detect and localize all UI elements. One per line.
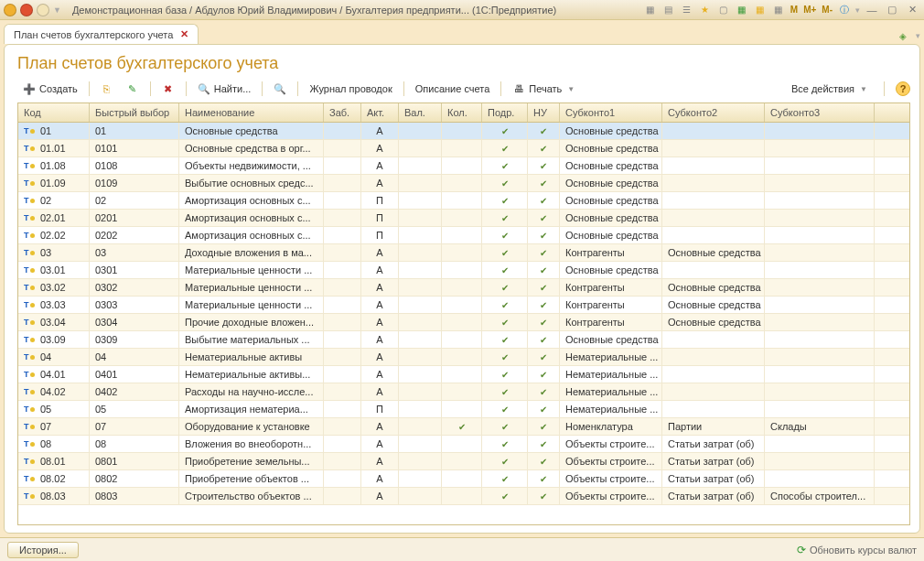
nav-back-icon[interactable] [20, 4, 33, 16]
col-zab[interactable]: Заб. [324, 103, 361, 122]
cell: T03.04 [18, 314, 90, 330]
grid-icon[interactable]: ▦ [643, 4, 658, 16]
m-plus-indicator[interactable]: M+ [803, 5, 816, 15]
col-quick[interactable]: Быстрый выбор [90, 103, 179, 122]
cell: T03.02 [18, 279, 90, 296]
table-row[interactable]: T0101Основные средстваА✔✔Основные средст… [18, 123, 909, 140]
description-button[interactable]: Описание счета [410, 81, 496, 96]
cell: ✔ [482, 279, 528, 296]
cell: А [361, 279, 399, 296]
m-minus-indicator[interactable]: M- [822, 5, 833, 15]
table-row[interactable]: T01.090109Выбытие основных средс...А✔✔Ос… [18, 175, 909, 192]
calendar-icon[interactable]: ▦ [771, 4, 786, 16]
table-row[interactable]: T02.020202Амортизация основных с...П✔✔Ос… [18, 227, 909, 244]
table-row[interactable]: T01.010101Основные средства в орг...А✔✔О… [18, 140, 909, 157]
cell: T07 [18, 418, 90, 435]
find-button[interactable]: 🔍 Найти... [192, 81, 257, 97]
clear-filter-button[interactable]: 🔍 [268, 81, 292, 97]
table-row[interactable]: T08.030803Строительство объектов ...А✔✔О… [18, 488, 909, 505]
cell: Основные средства [560, 123, 662, 139]
table-row[interactable]: T03.040304Прочие доходные вложен...А✔✔Ко… [18, 314, 909, 331]
history-button[interactable]: История... [7, 542, 79, 558]
cell: Объекты строите... [560, 488, 662, 504]
col-act[interactable]: Акт. [361, 103, 399, 122]
nav-forward-icon[interactable] [37, 4, 49, 16]
table-row[interactable]: T03.030303Материальные ценности ...А✔✔Ко… [18, 297, 909, 314]
grid-body[interactable]: T0101Основные средстваА✔✔Основные средст… [18, 123, 909, 524]
col-podr[interactable]: Подр. [482, 103, 528, 122]
journal-button[interactable]: Журнал проводок [304, 81, 397, 96]
table-icon[interactable]: ▦ [735, 4, 749, 16]
cell: ✔ [482, 401, 528, 417]
cell [399, 418, 442, 435]
star-icon[interactable]: ★ [698, 4, 713, 16]
table-row[interactable]: T01.080108Объекты недвижимости, ...А✔✔Ос… [18, 157, 909, 175]
delete-button[interactable]: ✖ [156, 81, 180, 97]
create-button[interactable]: ➕ Создать [17, 81, 83, 97]
col-code[interactable]: Код [18, 103, 90, 122]
all-actions-button[interactable]: Все действия ▼ [786, 81, 873, 96]
print-button[interactable]: 🖶 Печать ▼ [507, 81, 580, 97]
table-row[interactable]: T0202Амортизация основных с...П✔✔Основны… [18, 192, 909, 210]
table-row[interactable]: T0404Нематериальные активыА✔✔Нематериаль… [18, 349, 909, 366]
app-icon[interactable] [4, 4, 16, 16]
info-icon[interactable]: ⓘ [837, 4, 852, 16]
col-s2[interactable]: Субконто2 [662, 103, 765, 122]
cell: Основные средства [662, 244, 765, 261]
info-dropdown-icon[interactable]: ▾ [855, 5, 860, 15]
cell [765, 297, 875, 313]
cell: А [361, 244, 399, 261]
list-icon[interactable]: ☰ [680, 4, 694, 16]
cell [662, 331, 765, 348]
table-row[interactable]: T08.010801Приобретение земельны...А✔✔Объ… [18, 453, 909, 470]
m-indicator[interactable]: M [790, 5, 798, 15]
table-row[interactable]: T0707Оборудование к установкеА✔✔✔Номенкл… [18, 418, 909, 436]
cell: Строительство объектов ... [179, 488, 324, 504]
table-row[interactable]: T04.020402Расходы на научно-иссле...А✔✔Н… [18, 383, 909, 401]
calc-icon[interactable]: ▦ [753, 4, 768, 16]
cell: А [361, 418, 399, 435]
cell: 05 [90, 401, 179, 417]
col-nu[interactable]: НУ [528, 103, 560, 122]
cell: ✔ [528, 349, 560, 365]
table-row[interactable]: T02.010201Амортизация основных с...П✔✔Ос… [18, 210, 909, 227]
cell: А [361, 349, 399, 365]
table-row[interactable]: T0303Доходные вложения в ма...А✔✔Контраг… [18, 244, 909, 262]
col-s3[interactable]: Субконто3 [765, 103, 875, 122]
refresh-rates[interactable]: ⟳ Обновить курсы валют [797, 544, 917, 556]
table-row[interactable]: T03.020302Материальные ценности ...А✔✔Ко… [18, 279, 909, 297]
col-s1[interactable]: Субконто1 [560, 103, 662, 122]
tab-active[interactable]: План счетов бухгалтерского учета ✕ [4, 24, 199, 44]
copy-button[interactable]: ⎘ [95, 81, 119, 97]
cell: Доходные вложения в ма... [179, 244, 324, 261]
panel-nav-icon[interactable]: ◈ [896, 29, 910, 42]
cell: 0802 [90, 470, 179, 487]
table-row[interactable]: T03.010301Материальные ценности ...А✔✔Ос… [18, 262, 909, 279]
close-button[interactable]: ✕ [904, 4, 920, 16]
col-val[interactable]: Вал. [399, 103, 442, 122]
table-row[interactable]: T08.020802Приобретение объектов ...А✔✔Об… [18, 470, 909, 488]
edit-button[interactable]: ✎ [121, 81, 145, 97]
cell [324, 418, 361, 435]
col-qty[interactable]: Кол. [442, 103, 482, 122]
cell [442, 123, 482, 139]
cell [662, 140, 765, 156]
page-icon[interactable]: ▢ [716, 4, 731, 16]
cell [324, 436, 361, 452]
cell: Амортизация основных с... [179, 192, 324, 209]
col-name[interactable]: Наименование [179, 103, 324, 122]
table-row[interactable]: T0808Вложения во внеоборотн...А✔✔Объекты… [18, 436, 909, 453]
cell [399, 175, 442, 191]
tab-close-icon[interactable]: ✕ [180, 28, 188, 40]
table-row[interactable]: T0505Амортизация нематериа...П✔✔Нематери… [18, 401, 909, 418]
panel-dropdown-icon[interactable]: ▾ [916, 31, 920, 40]
table-row[interactable]: T04.010401Нематериальные активы...А✔✔Нем… [18, 366, 909, 383]
maximize-button[interactable]: ▢ [884, 4, 900, 16]
dropdown-icon[interactable]: ▼ [53, 5, 61, 15]
help-button[interactable]: ? [896, 81, 910, 96]
doc-icon[interactable]: ▤ [661, 4, 676, 16]
cell: T03 [18, 244, 90, 261]
cell [662, 175, 765, 191]
minimize-button[interactable]: — [864, 4, 880, 16]
table-row[interactable]: T03.090309Выбытие материальных ...А✔✔Осн… [18, 331, 909, 349]
